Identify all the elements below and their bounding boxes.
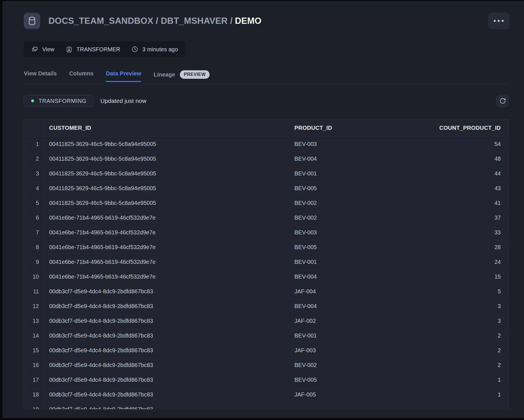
page-panel: DOCS_TEAM_SANDBOX / DBT_MSHAVER /DEMO Vi… [3,1,524,418]
row-number-cell: 12 [24,299,43,313]
table-header-row: CUSTOMER_ID PRODUCT_ID COUNT_PRODUCT_ID [24,120,509,137]
count-product-id-cell: 3 [377,313,509,328]
customer-id-cell: 0041e6be-71b4-4965-b619-46cf532d9e7e [43,225,288,240]
count-product-id-cell: 2 [377,358,509,372]
tab-data-preview[interactable]: Data Preview [106,70,141,82]
row-number-cell: 7 [24,225,43,240]
count-product-id-cell: 24 [377,254,509,269]
product-id-cell: BEV-004 [288,151,377,166]
table-row: 1200db3cf7-d5e9-4dc4-8dc9-2bdfd867bc83BE… [24,299,509,313]
count-product-id-cell: 43 [377,181,509,196]
table-row: 400411825-3629-46c5-9bbc-5c8a94e95005BEV… [24,181,509,196]
row-number-cell: 16 [24,358,43,372]
row-number-cell: 19 [24,402,43,409]
customer-id-cell: 00411825-3629-46c5-9bbc-5c8a94e95005 [43,166,288,181]
last-run-label: 3 minutes ago [142,46,178,53]
customer-id-cell: 00db3cf7-d5e9-4dc4-8dc9-2bdfd867bc83 [43,299,288,313]
title-current-object: DEMO [235,16,261,26]
count-product-id-cell: 1 [377,372,509,387]
column-header-product-id: PRODUCT_ID [288,120,377,137]
count-product-id-cell: 3 [377,299,509,313]
product-id-cell: BEV-004 [288,299,377,313]
table-row: 1900db3cf7-d5e9-4dc4-8dc9-2bdfd867bc83 [24,402,509,409]
customer-id-cell: 00db3cf7-d5e9-4dc4-8dc9-2bdfd867bc83 [43,387,288,402]
column-header-count-product-id: COUNT_PRODUCT_ID [377,120,509,137]
row-number-cell: 4 [24,181,43,196]
updated-text: Updated just now [100,97,146,104]
tab-view-details[interactable]: View Details [24,70,57,82]
customer-id-cell: 0041e6be-71b4-4965-b619-46cf532d9e7e [43,269,288,284]
refresh-icon [499,97,506,104]
preview-badge: PREVIEW [180,70,210,79]
customer-id-cell: 0041e6be-71b4-4965-b619-46cf532d9e7e [43,240,288,254]
product-id-cell: BEV-001 [288,328,377,343]
table-row: 90041e6be-71b4-4965-b619-46cf532d9e7eBEV… [24,254,509,269]
status-dot-icon [31,99,34,102]
tab-label: View Details [24,70,57,77]
tab-columns[interactable]: Columns [69,70,93,82]
product-id-cell: BEV-005 [288,181,377,196]
customer-id-cell: 00411825-3629-46c5-9bbc-5c8a94e95005 [43,181,288,196]
count-product-id-cell: 2 [377,328,509,343]
row-number-cell: 2 [24,151,43,166]
table-row: 80041e6be-71b4-4965-b619-46cf532d9e7eBEV… [24,240,509,254]
product-id-cell: BEV-002 [288,358,377,372]
status-row: TRANSFORMING Updated just now [24,95,509,107]
count-product-id-cell: 15 [377,269,509,284]
table-row: 1700db3cf7-d5e9-4dc4-8dc9-2bdfd867bc83BE… [24,372,509,387]
row-number-cell: 14 [24,328,43,343]
tab-lineage[interactable]: LineagePREVIEW [154,70,210,84]
count-product-id-cell: 5 [377,284,509,299]
table-row: 1500db3cf7-d5e9-4dc4-8dc9-2bdfd867bc83JA… [24,343,509,358]
table-row: 70041e6be-71b4-4965-b619-46cf532d9e7eBEV… [24,225,509,240]
row-number-cell: 18 [24,387,43,402]
table-row: 1400db3cf7-d5e9-4dc4-8dc9-2bdfd867bc83BE… [24,328,509,343]
row-number-cell: 13 [24,313,43,328]
row-number-cell: 5 [24,196,43,210]
customer-id-cell: 0041e6be-71b4-4965-b619-46cf532d9e7e [43,254,288,269]
product-id-cell: JAF-003 [288,343,377,358]
product-id-cell: BEV-001 [288,254,377,269]
customer-id-cell: 00db3cf7-d5e9-4dc4-8dc9-2bdfd867bc83 [43,313,288,328]
customer-id-cell: 00db3cf7-d5e9-4dc4-8dc9-2bdfd867bc83 [43,358,288,372]
page-title: DOCS_TEAM_SANDBOX / DBT_MSHAVER /DEMO [48,16,261,26]
count-product-id-cell: 28 [377,240,509,254]
content-area: DOCS_TEAM_SANDBOX / DBT_MSHAVER /DEMO Vi… [3,1,524,409]
title-breadcrumb: DOCS_TEAM_SANDBOX / DBT_MSHAVER / [48,16,233,26]
customer-id-cell: 00db3cf7-d5e9-4dc4-8dc9-2bdfd867bc83 [43,343,288,358]
count-product-id-cell: 48 [377,151,509,166]
object-type-item: View [31,46,54,53]
last-run-item: 3 minutes ago [131,46,178,53]
customer-id-cell: 00db3cf7-d5e9-4dc4-8dc9-2bdfd867bc83 [43,328,288,343]
more-button[interactable] [488,13,509,29]
tab-label: Data Preview [106,70,141,77]
meta-bar: View TRANSFORMER [24,41,186,57]
count-product-id-cell: 33 [377,225,509,240]
customer-id-cell: 00db3cf7-d5e9-4dc4-8dc9-2bdfd867bc83 [43,284,288,299]
count-product-id-cell: 44 [377,166,509,181]
transformer-badge-icon [66,46,73,53]
product-id-cell: BEV-001 [288,166,377,181]
table-row: 500411825-3629-46c5-9bbc-5c8a94e95005BEV… [24,196,509,210]
table-row: 1800db3cf7-d5e9-4dc4-8dc9-2bdfd867bc83JA… [24,387,509,402]
table-row: 1600db3cf7-d5e9-4dc4-8dc9-2bdfd867bc83BE… [24,358,509,372]
product-id-cell: JAF-005 [288,387,377,402]
row-number-cell: 10 [24,269,43,284]
count-product-id-cell: 37 [377,210,509,225]
customer-id-cell: 0041e6be-71b4-4965-b619-46cf532d9e7e [43,210,288,225]
refresh-button[interactable] [496,95,509,107]
customer-id-cell: 00411825-3629-46c5-9bbc-5c8a94e95005 [43,151,288,166]
data-preview-table[interactable]: CUSTOMER_ID PRODUCT_ID COUNT_PRODUCT_ID … [24,119,509,409]
row-number-cell: 9 [24,254,43,269]
table-row: 60041e6be-71b4-4965-b619-46cf532d9e7eBEV… [24,210,509,225]
product-id-cell: JAF-002 [288,313,377,328]
status-badge: TRANSFORMING [24,95,94,107]
status-badge-label: TRANSFORMING [39,98,86,104]
product-id-cell: BEV-003 [288,225,377,240]
product-id-cell: BEV-002 [288,210,377,225]
tab-label: Lineage [154,71,175,78]
customer-id-cell: 00db3cf7-d5e9-4dc4-8dc9-2bdfd867bc83 [43,402,288,409]
role-label: TRANSFORMER [76,46,120,53]
ellipsis-icon [494,20,504,22]
count-product-id-cell [377,402,509,409]
